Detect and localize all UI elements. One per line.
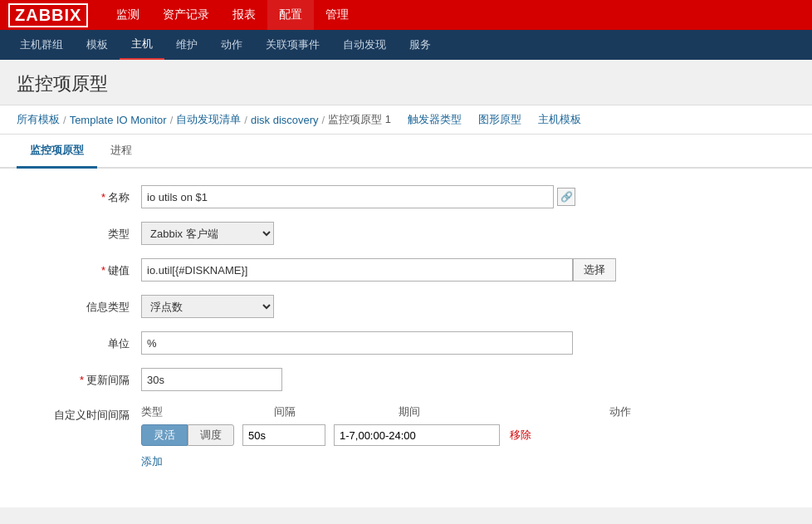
form-row-name: *名称 🔗 [33, 185, 779, 208]
breadcrumb-disk-discovery[interactable]: disk discovery [251, 114, 319, 126]
custom-interval-label: 自定义时间间隔 [33, 404, 141, 423]
type-select[interactable]: Zabbix 客户端 SNMP v1 SNMP v2 简单检查 [141, 222, 274, 245]
update-input[interactable] [141, 368, 282, 391]
interval-header-interval: 间隔 [274, 404, 399, 419]
breadcrumb-sep3: / [244, 114, 247, 126]
form-area: *名称 🔗 类型 Zabbix 客户端 SNMP v1 SNMP v2 简单检查… [0, 169, 812, 507]
key-required-star: * [101, 264, 105, 277]
toggle-flexible[interactable]: 灵活 [141, 424, 188, 446]
breadcrumb-sep4: / [322, 114, 325, 126]
top-nav-items: 监测 资产记录 报表 配置 管理 [105, 0, 360, 30]
second-navbar: 主机群组 模板 主机 维护 动作 关联项事件 自动发现 服务 [0, 30, 812, 60]
interval-header-action: 动作 [581, 404, 631, 419]
toggle-schedule[interactable]: 调度 [188, 424, 234, 446]
info-type-select[interactable]: 浮点数 字符 日志 数值(无符号) 文本 [141, 295, 274, 318]
tab-bar: 监控项原型 进程 [0, 135, 812, 169]
nav-templates[interactable]: 模板 [75, 30, 120, 60]
interval-header: 类型 间隔 期间 动作 [141, 404, 631, 419]
form-row-info-type: 信息类型 浮点数 字符 日志 数值(无符号) 文本 [33, 295, 779, 318]
nav-item-assets[interactable]: 资产记录 [151, 0, 221, 30]
breadcrumb-trigger-type[interactable]: 触发器类型 [408, 112, 462, 127]
period-value-input[interactable] [334, 424, 500, 446]
breadcrumb-all-templates[interactable]: 所有模板 [17, 112, 60, 127]
breadcrumb-sep2: / [170, 114, 174, 126]
form-row-update: *更新间隔 [33, 368, 779, 391]
add-interval-link[interactable]: 添加 [141, 454, 163, 469]
name-key-icon[interactable]: 🔗 [557, 188, 575, 206]
key-input-wrapper: 选择 [141, 258, 616, 282]
interval-header-period: 期间 [399, 404, 581, 419]
form-row-unit: 单位 [33, 331, 779, 355]
top-navbar: ZABBIX 监测 资产记录 报表 配置 管理 [0, 0, 812, 30]
nav-item-config[interactable]: 配置 [267, 0, 314, 30]
tab-item-prototype[interactable]: 监控项原型 [17, 135, 97, 169]
nav-actions[interactable]: 动作 [209, 30, 254, 60]
interval-row: 灵活 调度 移除 [141, 424, 631, 446]
nav-services[interactable]: 服务 [398, 30, 443, 60]
name-input[interactable] [141, 185, 554, 208]
logo[interactable]: ZABBIX [8, 3, 88, 27]
form-row-key: *键值 选择 [33, 258, 779, 282]
tab-item-progress[interactable]: 进程 [97, 135, 145, 169]
name-required-star: * [101, 191, 105, 203]
interval-value-input[interactable] [242, 424, 325, 446]
key-label: *键值 [33, 258, 141, 278]
unit-input[interactable] [141, 331, 573, 355]
breadcrumb-graph-type[interactable]: 图形原型 [478, 112, 521, 127]
key-input[interactable] [141, 258, 573, 282]
breadcrumb-template-name[interactable]: Template IO Monitor [70, 114, 167, 126]
nav-discovery[interactable]: 自动发现 [331, 30, 398, 60]
interval-type-toggle: 灵活 调度 [141, 424, 234, 446]
breadcrumb-discovery[interactable]: 自动发现清单 [176, 112, 241, 127]
info-type-label: 信息类型 [33, 295, 141, 315]
page-title-bar: 监控项原型 [0, 60, 812, 105]
add-link-wrapper: 添加 [141, 451, 631, 469]
nav-item-reports[interactable]: 报表 [221, 0, 267, 30]
remove-link[interactable]: 移除 [503, 428, 531, 443]
form-row-custom-interval: 自定义时间间隔 类型 间隔 期间 动作 灵活 调度 移除 添 [33, 404, 779, 469]
nav-item-monitor[interactable]: 监测 [105, 0, 151, 30]
interval-header-type: 类型 [141, 404, 274, 419]
nav-maintenance[interactable]: 维护 [164, 30, 209, 60]
custom-interval-content: 类型 间隔 期间 动作 灵活 调度 移除 添加 [141, 404, 631, 469]
breadcrumb-current: 监控项原型 1 [328, 112, 391, 127]
key-select-button[interactable]: 选择 [573, 258, 616, 282]
nav-corr-events[interactable]: 关联项事件 [254, 30, 331, 60]
name-field-wrapper: 🔗 [141, 185, 575, 208]
breadcrumb-sep1: / [63, 114, 66, 126]
form-row-type: 类型 Zabbix 客户端 SNMP v1 SNMP v2 简单检查 [33, 222, 779, 245]
update-label: *更新间隔 [33, 368, 141, 388]
unit-label: 单位 [33, 331, 141, 351]
nav-host-groups[interactable]: 主机群组 [8, 30, 75, 60]
name-label: *名称 [33, 185, 141, 205]
update-required-star: * [80, 374, 84, 386]
nav-hosts[interactable]: 主机 [120, 30, 164, 60]
type-label: 类型 [33, 222, 141, 242]
breadcrumb: 所有模板 / Template IO Monitor / 自动发现清单 / di… [0, 105, 812, 135]
page-title: 监控项原型 [17, 71, 795, 96]
breadcrumb-host-template[interactable]: 主机模板 [538, 112, 581, 127]
nav-item-admin[interactable]: 管理 [314, 0, 360, 30]
